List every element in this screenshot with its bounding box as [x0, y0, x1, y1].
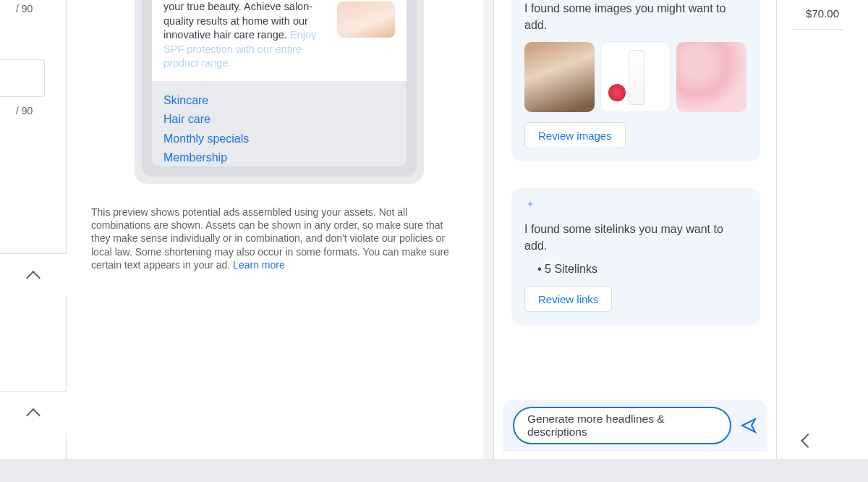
suggested-image-thumbnail[interactable]	[524, 42, 595, 112]
budget-amount: $70.00	[806, 7, 839, 20]
review-images-button[interactable]: Review images	[524, 122, 626, 148]
chat-input-text: Generate more headlines & descriptions	[527, 413, 717, 439]
right-sidebar: $70.00	[777, 0, 868, 459]
collapse-section-button-2[interactable]	[0, 391, 67, 434]
suggested-images-row	[524, 42, 747, 112]
headline-input-stub[interactable]	[0, 59, 45, 97]
chat-message-text: I found some sitelinks you may want to a…	[524, 221, 747, 254]
character-counter-2: / 90	[16, 105, 33, 117]
collapse-panel-button[interactable]	[801, 434, 815, 448]
character-counter-1: / 90	[16, 3, 33, 14]
ai-chat-panel: I found some images you might want to ad…	[493, 0, 777, 459]
send-button[interactable]	[740, 417, 757, 434]
ad-sitelink[interactable]: Membership	[163, 148, 395, 166]
chat-input-field[interactable]: Generate more headlines & descriptions	[513, 407, 731, 444]
chat-bubble-sitelinks: I found some sitelinks you may want to a…	[511, 188, 760, 325]
ad-preview-inner: your true beauty. Achieve salon-quality …	[142, 0, 417, 177]
ad-sitelink[interactable]: Monthly specials	[163, 130, 395, 148]
ad-preview-phone-frame: your true beauty. Achieve salon-quality …	[135, 0, 424, 184]
ad-sitelinks-list: Skincare Hair care Monthly specials Memb…	[152, 81, 407, 166]
ad-preview-card: your true beauty. Achieve salon-quality …	[152, 0, 407, 166]
chevron-up-icon	[26, 408, 41, 423]
collapse-section-button-1[interactable]	[0, 253, 67, 297]
chat-bubble-images: I found some images you might want to ad…	[511, 0, 760, 161]
learn-more-link[interactable]: Learn more	[233, 259, 285, 271]
bottom-bar	[0, 459, 868, 482]
ad-thumbnail-image	[337, 1, 395, 38]
preview-disclaimer: This preview shows potential ads assembl…	[91, 206, 464, 271]
review-links-button[interactable]: Review links	[524, 286, 612, 312]
chat-input-container: Generate more headlines & descriptions	[503, 399, 767, 452]
left-sidebar: / 90 / 90	[0, 0, 67, 459]
chat-message-text: I found some images you might want to ad…	[524, 0, 747, 33]
divider	[793, 29, 843, 30]
ad-sitelink[interactable]: Skincare	[163, 91, 395, 110]
ad-description-text: your true beauty. Achieve salon-quality …	[163, 0, 330, 71]
chevron-up-icon	[26, 271, 41, 285]
suggested-image-thumbnail[interactable]	[600, 42, 671, 112]
sparkle-icon	[524, 200, 536, 211]
ad-sitelink[interactable]: Hair care	[163, 110, 395, 129]
suggested-image-thumbnail[interactable]	[676, 42, 746, 112]
sitelinks-count: • 5 Sitelinks	[537, 263, 747, 276]
